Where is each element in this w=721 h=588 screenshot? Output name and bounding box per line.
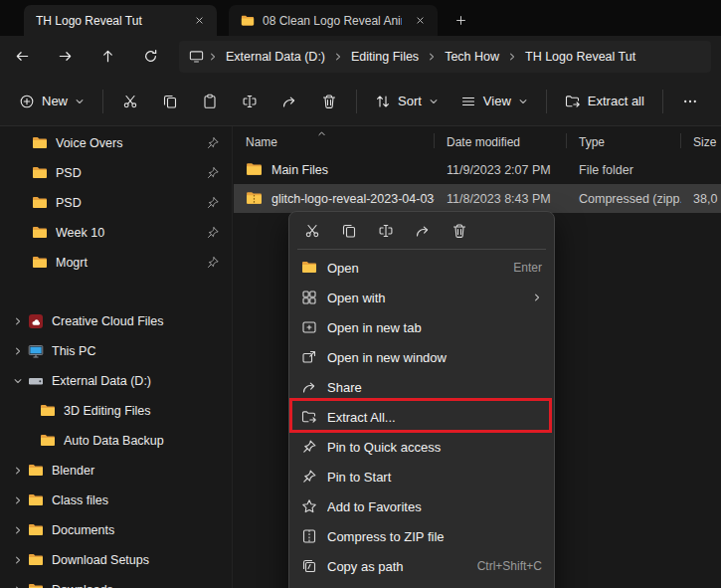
chevron-right-icon[interactable] xyxy=(8,525,28,535)
share-button[interactable] xyxy=(270,85,309,118)
sidebar-item-3d-editing-files[interactable]: 3D Editing Files xyxy=(4,396,228,426)
share-button[interactable] xyxy=(408,217,438,245)
chevron-right-icon[interactable] xyxy=(8,346,28,356)
sort-label: Sort xyxy=(398,94,422,108)
sidebar-item-documents[interactable]: Documents xyxy=(4,515,228,545)
delete-button[interactable] xyxy=(309,85,349,118)
column-header-size[interactable]: Size xyxy=(681,129,721,153)
context-menu-item-extract-all[interactable]: Extract All... xyxy=(293,402,550,432)
compress-zip-icon xyxy=(301,528,317,544)
context-menu-item-open[interactable]: Open Enter xyxy=(293,253,550,283)
breadcrumb-item[interactable]: TH Logo Reveal Tut xyxy=(518,47,642,67)
sidebar-item-creative-cloud-files[interactable]: Creative Cloud Files xyxy=(4,306,228,336)
breadcrumb-item[interactable]: Editing Files xyxy=(344,47,426,67)
refresh-button[interactable] xyxy=(132,41,168,73)
extract-all-button[interactable]: Extract all xyxy=(554,85,655,118)
context-menu-item-pin-to-quick-access[interactable]: Pin to Quick access xyxy=(293,432,550,462)
context-menu-quick-actions xyxy=(293,216,550,246)
up-button[interactable] xyxy=(90,41,125,73)
context-menu-item-compress-to-zip[interactable]: Compress to ZIP file xyxy=(293,521,550,551)
tab-close-button[interactable] xyxy=(189,11,209,31)
cut-button[interactable] xyxy=(297,217,327,245)
new-label: New xyxy=(42,94,68,108)
column-header-date-modified[interactable]: Date modified xyxy=(435,129,567,153)
cut-button[interactable] xyxy=(110,85,150,118)
forward-button[interactable] xyxy=(47,41,83,73)
chevron-right-icon[interactable] xyxy=(8,555,28,565)
sidebar-item-voice-overs[interactable]: Voice Overs xyxy=(4,128,228,158)
context-menu-item-copy-as-path[interactable]: Copy as path Ctrl+Shift+C xyxy=(293,551,550,581)
sidebar-item-mogrt[interactable]: Mogrt xyxy=(4,248,228,278)
folder-icon xyxy=(40,403,56,419)
copy-button[interactable] xyxy=(150,85,190,118)
tab-label: 08 Clean Logo Reveal Animatio xyxy=(263,14,402,28)
breadcrumb-item[interactable]: External Data (D:) xyxy=(219,47,332,67)
sidebar-item-psd-2[interactable]: PSD xyxy=(4,188,228,218)
star-icon xyxy=(301,498,317,514)
copy-path-icon xyxy=(301,558,317,574)
tab-08-clean-logo-reveal[interactable]: 08 Clean Logo Reveal Animatio xyxy=(229,5,438,36)
column-header-name[interactable]: Name xyxy=(234,129,435,153)
toolbar-separator xyxy=(546,90,547,113)
tab-th-logo-reveal-tut[interactable]: TH Logo Reveal Tut xyxy=(24,5,217,36)
pin-icon xyxy=(206,136,220,150)
menu-item-label: Pin to Quick access xyxy=(327,440,542,455)
rename-button[interactable] xyxy=(230,85,270,118)
new-tab-button[interactable] xyxy=(448,7,473,33)
sidebar-item-blender[interactable]: Blender xyxy=(4,456,228,486)
monitor-icon xyxy=(189,49,204,64)
chevron-down-icon xyxy=(429,97,439,106)
context-menu-item-open-in-new-window[interactable]: Open in new window xyxy=(293,342,550,372)
context-menu-item-open-in-new-tab[interactable]: Open in new tab xyxy=(293,312,550,342)
plus-icon xyxy=(455,15,466,26)
tab-close-button[interactable] xyxy=(410,11,430,31)
context-menu-item-pin-to-start[interactable]: Pin to Start xyxy=(293,462,550,491)
view-button[interactable]: View xyxy=(450,85,539,118)
menu-item-label: Open in new window xyxy=(327,350,542,365)
new-button[interactable]: New xyxy=(8,85,95,118)
chevron-right-icon[interactable] xyxy=(8,495,28,505)
file-rows: Main Files 11/9/2023 2:07 PM File folder… xyxy=(234,155,721,213)
rename-button[interactable] xyxy=(371,217,401,245)
sidebar-item-psd[interactable]: PSD xyxy=(4,158,228,188)
context-menu-item-share[interactable]: Share xyxy=(293,372,550,402)
more-options-button[interactable] xyxy=(670,85,710,118)
sidebar-item-label: External Data (D:) xyxy=(52,374,220,388)
copy-button[interactable] xyxy=(334,217,364,245)
sidebar-item-label: Mogrt xyxy=(56,256,206,270)
sort-button[interactable]: Sort xyxy=(364,85,450,118)
menu-item-label: Pin to Start xyxy=(327,470,542,485)
chevron-right-icon xyxy=(427,52,437,62)
sidebar-item-auto-data-backup[interactable]: Auto Data Backup xyxy=(4,426,228,456)
paste-button[interactable] xyxy=(190,85,230,118)
pin-icon xyxy=(206,196,220,210)
context-menu-item-properties[interactable]: Properties Alt+Enter xyxy=(293,581,550,588)
column-header-type[interactable]: Type xyxy=(567,129,681,153)
chevron-down-icon[interactable] xyxy=(8,376,28,386)
sidebar-item-this-pc[interactable]: This PC xyxy=(4,336,228,366)
extract-all-label: Extract all xyxy=(588,94,644,108)
column-label: Date modified xyxy=(447,135,520,149)
file-row-glitch-logo-reveal[interactable]: glitch-logo-reveal-2023-04-03-08-44-39 1… xyxy=(234,184,721,213)
sidebar-item-label: Download Setups xyxy=(52,553,220,567)
sidebar-item-week-10[interactable]: Week 10 xyxy=(4,218,228,248)
sidebar-item-class-files[interactable]: Class files xyxy=(4,486,228,515)
file-row-main-files[interactable]: Main Files 11/9/2023 2:07 PM File folder xyxy=(234,155,721,184)
chevron-right-icon[interactable] xyxy=(8,316,28,326)
forward-arrow-icon xyxy=(58,49,73,64)
file-name-cell: Main Files xyxy=(234,161,435,178)
chevron-right-icon[interactable] xyxy=(8,466,28,476)
menu-item-shortcut: Ctrl+Shift+C xyxy=(477,559,542,573)
sidebar-item-label: Downloads xyxy=(52,583,220,588)
sidebar-item-downloads[interactable]: Downloads xyxy=(4,575,228,588)
sidebar-item-label: Voice Overs xyxy=(56,136,206,150)
breadcrumb-item[interactable]: Tech How xyxy=(438,47,506,67)
sidebar-item-download-setups[interactable]: Download Setups xyxy=(4,545,228,575)
address-bar[interactable]: External Data (D:) Editing Files Tech Ho… xyxy=(179,41,711,73)
context-menu-item-open-with[interactable]: Open with xyxy=(293,283,550,312)
sidebar-item-external-data[interactable]: External Data (D:) xyxy=(4,366,228,396)
back-button[interactable] xyxy=(4,41,40,73)
context-menu-item-add-to-favorites[interactable]: Add to Favorites xyxy=(293,491,550,521)
delete-button[interactable] xyxy=(445,217,474,245)
folder-icon xyxy=(32,195,48,211)
